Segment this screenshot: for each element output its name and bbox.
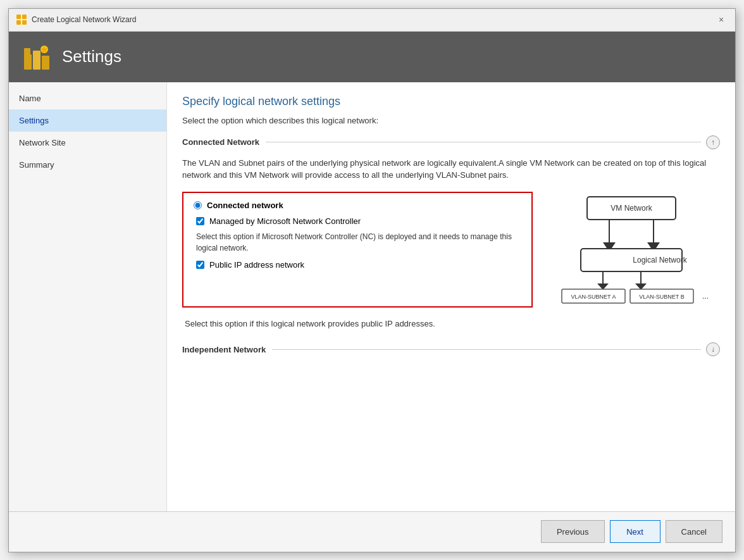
- sidebar-item-summary[interactable]: Summary: [9, 154, 166, 176]
- managed-nc-desc: Select this option if Microsoft Network …: [196, 231, 521, 254]
- svg-text:VLAN-SUBNET B: VLAN-SUBNET B: [639, 294, 684, 300]
- options-box: Connected network Managed by Microsoft N…: [182, 192, 533, 308]
- svg-text:VM Network: VM Network: [611, 204, 652, 213]
- independent-network-header: Independent Network ↓: [182, 342, 720, 356]
- header-bar: Settings: [9, 32, 735, 82]
- independent-network-toggle[interactable]: ↓: [706, 342, 720, 356]
- title-bar-left: Create Logical Network Wizard: [16, 15, 136, 25]
- section-divider: [266, 142, 701, 142]
- sidebar-item-network-site[interactable]: Network Site: [9, 132, 166, 154]
- independent-network-title: Independent Network: [182, 345, 266, 354]
- svg-text:VLAN-SUBNET A: VLAN-SUBNET A: [571, 294, 616, 300]
- svg-rect-6: [33, 51, 40, 70]
- public-ip-desc: Select this option if this logical netwo…: [185, 318, 720, 330]
- previous-button[interactable]: Previous: [541, 520, 605, 543]
- window-title: Create Logical Network Wizard: [32, 15, 136, 24]
- connected-network-radio-label: Connected network: [207, 201, 283, 210]
- public-ip-checkbox-label: Public IP address network: [209, 260, 304, 270]
- sidebar-item-settings[interactable]: Settings: [9, 109, 166, 132]
- diagram-svg: VM Network Logical Network: [543, 192, 720, 306]
- main-content: Specify logical network settings Select …: [167, 82, 735, 511]
- sidebar: Name Settings Network Site Summary: [9, 82, 167, 511]
- svg-rect-1: [22, 15, 27, 19]
- svg-rect-0: [16, 15, 21, 19]
- connected-network-radio-row: Connected network: [194, 201, 521, 210]
- managed-checkbox-row: Managed by Microsoft Network Controller: [196, 216, 521, 226]
- connected-network-header: Connected Network ↑: [182, 135, 720, 149]
- subtitle-text: Select the option which describes this l…: [182, 116, 720, 125]
- svg-rect-4: [24, 54, 32, 70]
- connected-network-desc: The VLAN and Subnet pairs of the underly…: [182, 157, 720, 182]
- title-bar: Create Logical Network Wizard ×: [9, 9, 735, 32]
- content-area: Name Settings Network Site Summary Speci…: [9, 82, 735, 511]
- close-button[interactable]: ×: [715, 13, 728, 26]
- independent-section-divider: [272, 349, 701, 350]
- independent-network-section: Independent Network ↓: [182, 342, 720, 356]
- header-title: Settings: [62, 47, 121, 66]
- next-button[interactable]: Next: [610, 520, 660, 543]
- page-title: Specify logical network settings: [182, 95, 720, 108]
- public-ip-checkbox-row: Public IP address network: [196, 260, 521, 270]
- connected-network-radio[interactable]: [194, 201, 202, 209]
- header-icon: [22, 42, 52, 72]
- svg-rect-7: [42, 56, 49, 70]
- managed-checkbox[interactable]: [196, 217, 204, 225]
- svg-rect-5: [24, 48, 30, 56]
- cancel-button[interactable]: Cancel: [666, 520, 722, 543]
- main-scroll-area: Specify logical network settings Select …: [167, 82, 735, 511]
- managed-checkbox-label: Managed by Microsoft Network Controller: [209, 216, 361, 226]
- svg-text:Logical  Network: Logical Network: [633, 256, 687, 264]
- options-diagram-row: Connected network Managed by Microsoft N…: [182, 192, 720, 308]
- svg-rect-2: [16, 20, 21, 25]
- svg-text:...: ...: [702, 292, 709, 301]
- title-icon: [16, 15, 27, 25]
- wizard-window: Create Logical Network Wizard × Settings…: [8, 8, 736, 552]
- public-ip-checkbox[interactable]: [196, 261, 204, 269]
- connected-network-toggle[interactable]: ↑: [706, 135, 720, 149]
- sidebar-item-name[interactable]: Name: [9, 87, 166, 109]
- footer: Previous Next Cancel: [9, 511, 735, 552]
- connected-network-title: Connected Network: [182, 137, 259, 147]
- network-diagram: VM Network Logical Network: [543, 192, 720, 308]
- svg-rect-3: [22, 20, 27, 25]
